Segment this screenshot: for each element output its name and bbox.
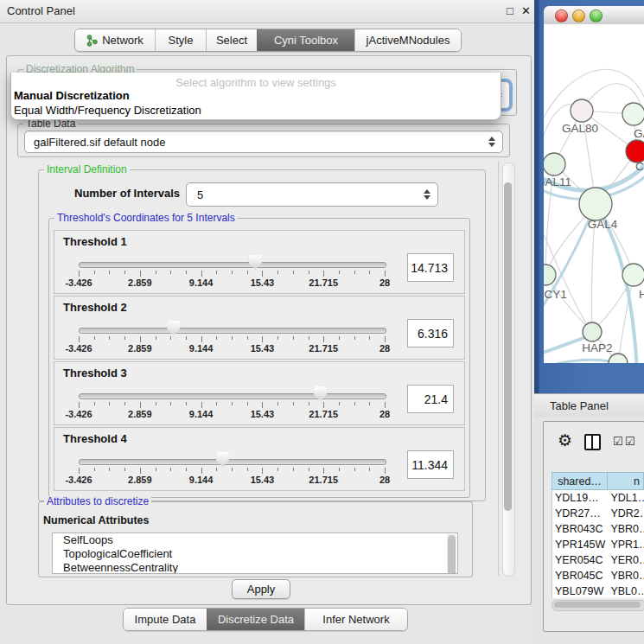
slider-tick — [309, 271, 309, 274]
attributes-list-scrollbar-thumb[interactable] — [448, 535, 456, 574]
tab-select[interactable]: Select — [206, 29, 257, 51]
table-cell: YDR2… — [608, 507, 644, 520]
tab-label: jActiveMNodules — [367, 34, 450, 47]
slider-tick — [124, 271, 125, 274]
slider-tick — [293, 271, 294, 274]
slider-tick — [170, 271, 171, 274]
table-data-combobox[interactable]: galFiltered.sif default node — [24, 131, 503, 153]
slider-tick — [201, 336, 202, 342]
threshold-label: Threshold 4 — [63, 432, 127, 445]
gear-icon[interactable]: ⚙ — [558, 432, 572, 449]
threshold-value-field[interactable]: 6.316 — [407, 319, 454, 348]
table-panel-title: Table Panel — [550, 399, 609, 412]
column-header[interactable]: n — [608, 472, 644, 490]
slider-tick — [156, 271, 156, 274]
slider-tick — [124, 468, 125, 471]
table-cell: YBL079W — [552, 585, 608, 597]
vertical-scrollbar-thumb[interactable] — [504, 182, 512, 511]
slider-tick — [94, 468, 95, 471]
tab-network[interactable]: Network — [75, 29, 155, 51]
numerical-attributes-list[interactable]: SelfLoopsTopologicalCoefficientBetweenne… — [52, 532, 458, 574]
GAL4-node[interactable] — [579, 188, 612, 220]
threshold-value-field[interactable]: 11.344 — [407, 450, 454, 479]
tab-style[interactable]: Style — [155, 29, 206, 51]
vertical-scrollbar[interactable] — [502, 163, 515, 577]
attribute-list-item[interactable]: SelfLoops — [53, 533, 457, 547]
GAL80-node[interactable] — [571, 99, 593, 122]
attribute-list-item[interactable]: BetweennessCentrality — [53, 561, 457, 574]
horizontal-scrollbar[interactable] — [552, 600, 644, 611]
slider-tick — [79, 468, 80, 474]
H-node[interactable] — [622, 264, 644, 286]
slider-scale-label: 15.43 — [251, 277, 275, 288]
table-row[interactable]: YBR043CYBR0… — [552, 521, 644, 537]
node-table-container: ⚙ ☑ ☑ shared…n YDL19…YDL1…YDR27…YDR2…YBR… — [543, 421, 644, 632]
float-window-icon[interactable]: □ — [507, 4, 513, 17]
interval-definition-group-title: Interval Definition — [44, 164, 130, 175]
threshold-value-field[interactable]: 14.713 — [407, 253, 454, 282]
split-column-icon[interactable] — [584, 434, 601, 450]
slider-tick — [156, 336, 156, 340]
zoom-button[interactable] — [590, 10, 603, 22]
slider-tick — [277, 468, 278, 471]
network-icon — [86, 35, 98, 47]
table-row[interactable]: YBL079WYBL0… — [552, 583, 644, 598]
slider-tick — [385, 402, 386, 408]
slider-tick — [79, 271, 80, 277]
tab-label: Infer Network — [322, 613, 389, 626]
minimize-button[interactable] — [572, 10, 585, 22]
apply-button[interactable]: Apply — [232, 579, 290, 599]
slider-tick — [354, 271, 355, 274]
attribute-list-item[interactable]: TopologicalCoefficient — [53, 547, 457, 561]
clipped-node-top-right[interactable] — [622, 103, 644, 125]
slider-tick — [156, 468, 156, 471]
network-window-titlebar[interactable] — [544, 6, 644, 25]
slider-scale-label: 28 — [379, 475, 390, 485]
number-of-intervals-combobox[interactable]: 5 — [186, 182, 438, 207]
threshold-slider-track[interactable] — [79, 459, 386, 465]
slider-tick — [277, 336, 278, 340]
attributes-list-scrollbar[interactable] — [447, 534, 456, 572]
table-row[interactable]: YDL19…YDL1… — [552, 490, 644, 506]
table-row[interactable]: YPR145WYPR1… — [552, 537, 644, 552]
threshold-value-field[interactable]: 21.4 — [407, 385, 454, 413]
node-label: C — [635, 160, 644, 173]
slider-tick — [385, 271, 386, 277]
slider-tick — [385, 336, 386, 342]
GCY1-node[interactable] — [544, 265, 556, 285]
algorithm-option[interactable]: Manual Discretization — [14, 89, 130, 102]
node-label: GAL4 — [588, 218, 618, 231]
slider-tick — [323, 271, 324, 277]
tab-impute-data[interactable]: Impute Data — [124, 609, 207, 630]
algorithm-option[interactable]: Equal Width/Frequency Discretization — [14, 104, 201, 117]
tab-jactivemnodules[interactable]: jActiveMNodules — [354, 29, 461, 51]
checked-checkbox-icon[interactable]: ☑ — [625, 436, 635, 447]
close-panel-icon[interactable]: ✕ — [521, 4, 531, 17]
tab-infer-network[interactable]: Infer Network — [304, 609, 407, 630]
network-graph: GAL80GACGAL11GAL4GCY1HHAP2 — [544, 24, 644, 363]
slider-scale-label: 9.144 — [189, 409, 214, 419]
thresholds-group-title: Threshold's Coordinates for 5 Intervals — [54, 213, 238, 223]
close-button[interactable] — [555, 10, 568, 22]
slider-tick — [247, 336, 248, 340]
tab-discretize-data[interactable]: Discretize Data — [207, 609, 304, 630]
threshold-slider-track[interactable] — [79, 328, 386, 334]
table-row[interactable]: YBR045CYBR0… — [552, 568, 644, 583]
slider-scale-label: -3.426 — [65, 343, 92, 354]
HAP2-node[interactable] — [583, 322, 602, 341]
network-view-canvas[interactable]: GAL80GACGAL11GAL4GCY1HHAP2 — [544, 24, 644, 363]
checked-checkbox-icon[interactable]: ☑ — [613, 436, 623, 447]
GAL11-node[interactable] — [544, 153, 565, 175]
tab-cyni-toolbox[interactable]: Cyni Toolbox — [257, 29, 354, 51]
slider-scale-label: 9.144 — [189, 277, 214, 288]
threshold-slider-track[interactable] — [79, 262, 386, 268]
horizontal-scrollbar-thumb[interactable] — [554, 602, 641, 608]
slider-tick — [216, 468, 217, 471]
slider-tick — [201, 468, 202, 474]
network-edge — [545, 275, 592, 332]
threshold-slider-track[interactable] — [79, 393, 386, 399]
slider-tick — [170, 402, 171, 405]
table-row[interactable]: YDR27…YDR2… — [552, 506, 644, 521]
table-row[interactable]: YER054CYER0… — [552, 552, 644, 568]
column-header[interactable]: shared… — [552, 472, 608, 490]
